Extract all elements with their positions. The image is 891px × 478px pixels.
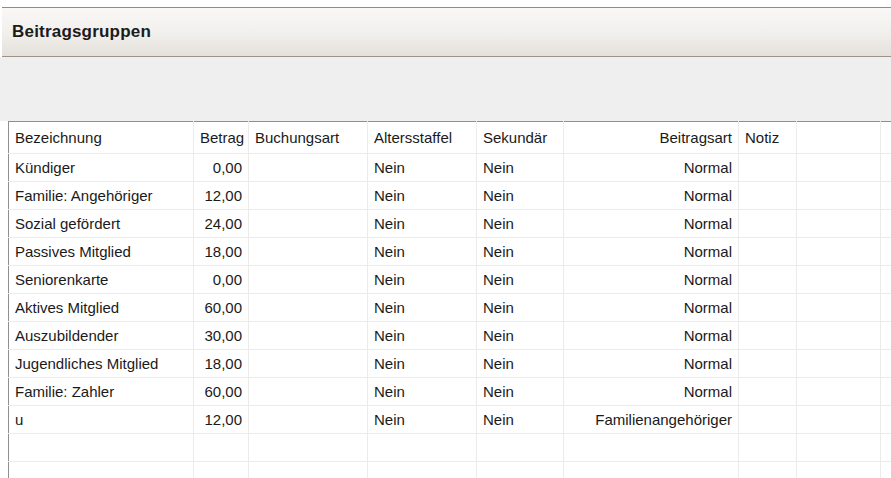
cell-buchungsart (249, 350, 368, 378)
table-row[interactable]: u 12,00 Nein Nein Familienangehöriger (9, 406, 891, 434)
content-area: Bezeichnung Betrag Buchungsart Alterssta… (0, 121, 891, 478)
cell-altersstaffel: Nein (368, 378, 477, 406)
column-header-bezeichnung[interactable]: Bezeichnung (9, 122, 194, 154)
cell-empty (368, 434, 477, 462)
cell-filler (797, 434, 881, 462)
cell-sekundaer: Nein (477, 322, 564, 350)
cell-betrag: 60,00 (194, 378, 249, 406)
table-row[interactable]: Familie: Angehöriger 12,00 Nein Nein Nor… (9, 182, 891, 210)
cell-altersstaffel: Nein (368, 210, 477, 238)
table-row[interactable]: Passives Mitglied 18,00 Nein Nein Normal (9, 238, 891, 266)
cell-beitragsart: Normal (564, 182, 739, 210)
beitragsgruppen-view: Beitragsgruppen Bezeichnung Betrag Buchu… (0, 0, 891, 478)
cell-filler-edge (881, 378, 891, 406)
cell-filler (797, 210, 881, 238)
table-row[interactable]: Familie: Zahler 60,00 Nein Nein Normal (9, 378, 891, 406)
cell-filler-edge (881, 434, 891, 462)
cell-notiz (739, 378, 797, 406)
cell-notiz (739, 210, 797, 238)
table-row[interactable]: Jugendliches Mitglied 18,00 Nein Nein No… (9, 350, 891, 378)
cell-buchungsart (249, 294, 368, 322)
cell-notiz (739, 182, 797, 210)
cell-filler (797, 406, 881, 434)
table-row[interactable]: Kündiger 0,00 Nein Nein Normal (9, 154, 891, 182)
cell-notiz (739, 238, 797, 266)
cell-betrag: 12,00 (194, 182, 249, 210)
cell-filler-edge (881, 462, 891, 478)
cell-beitragsart: Normal (564, 294, 739, 322)
cell-buchungsart (249, 322, 368, 350)
view-titlebar: Beitragsgruppen (2, 7, 891, 57)
toolbar-area (0, 57, 891, 121)
cell-bezeichnung: u (9, 406, 194, 434)
cell-empty (194, 462, 249, 478)
cell-filler (797, 266, 881, 294)
cell-empty (249, 434, 368, 462)
column-header-notiz[interactable]: Notiz (739, 122, 797, 154)
cell-empty (739, 434, 797, 462)
table-row[interactable]: Aktives Mitglied 60,00 Nein Nein Normal (9, 294, 891, 322)
cell-beitragsart: Normal (564, 378, 739, 406)
column-header-beitragsart[interactable]: Beitragsart (564, 122, 739, 154)
cell-altersstaffel: Nein (368, 294, 477, 322)
cell-filler-edge (881, 210, 891, 238)
cell-altersstaffel: Nein (368, 266, 477, 294)
cell-beitragsart: Normal (564, 350, 739, 378)
cell-filler-edge (881, 266, 891, 294)
cell-filler (797, 350, 881, 378)
cell-buchungsart (249, 378, 368, 406)
cell-buchungsart (249, 238, 368, 266)
cell-bezeichnung: Auszubildender (9, 322, 194, 350)
cell-empty (477, 462, 564, 478)
column-header-filler (797, 122, 881, 154)
cell-filler-edge (881, 154, 891, 182)
cell-buchungsart (249, 266, 368, 294)
cell-filler (797, 182, 881, 210)
table-row-empty[interactable] (9, 434, 891, 462)
cell-empty (249, 462, 368, 478)
cell-notiz (739, 294, 797, 322)
column-header-altersstaffel[interactable]: Altersstaffel (368, 122, 477, 154)
cell-notiz (739, 350, 797, 378)
column-header-sekundaer[interactable]: Sekundär (477, 122, 564, 154)
cell-filler (797, 378, 881, 406)
cell-filler-edge (881, 350, 891, 378)
cell-beitragsart: Normal (564, 238, 739, 266)
column-header-buchungsart[interactable]: Buchungsart (249, 122, 368, 154)
beitragsgruppen-table: Bezeichnung Betrag Buchungsart Alterssta… (8, 121, 891, 478)
cell-buchungsart (249, 406, 368, 434)
cell-filler (797, 294, 881, 322)
table-row[interactable]: Seniorenkarte 0,00 Nein Nein Normal (9, 266, 891, 294)
cell-beitragsart: Normal (564, 322, 739, 350)
cell-bezeichnung: Aktives Mitglied (9, 294, 194, 322)
cell-filler-edge (881, 406, 891, 434)
cell-filler-edge (881, 182, 891, 210)
cell-filler-edge (881, 294, 891, 322)
cell-betrag: 12,00 (194, 406, 249, 434)
page-title: Beitragsgruppen (2, 22, 151, 42)
cell-buchungsart (249, 210, 368, 238)
cell-empty (368, 462, 477, 478)
cell-altersstaffel: Nein (368, 154, 477, 182)
cell-filler-edge (881, 238, 891, 266)
cell-notiz (739, 406, 797, 434)
cell-betrag: 18,00 (194, 238, 249, 266)
cell-sekundaer: Nein (477, 294, 564, 322)
cell-betrag: 18,00 (194, 350, 249, 378)
cell-bezeichnung: Passives Mitglied (9, 238, 194, 266)
cell-beitragsart: Familienangehöriger (564, 406, 739, 434)
table-row-empty[interactable] (9, 462, 891, 478)
table-row[interactable]: Sozial gefördert 24,00 Nein Nein Normal (9, 210, 891, 238)
cell-altersstaffel: Nein (368, 322, 477, 350)
cell-sekundaer: Nein (477, 350, 564, 378)
cell-bezeichnung: Familie: Angehöriger (9, 182, 194, 210)
cell-empty (564, 434, 739, 462)
table-row[interactable]: Auszubildender 30,00 Nein Nein Normal (9, 322, 891, 350)
cell-buchungsart (249, 154, 368, 182)
cell-filler (797, 322, 881, 350)
cell-beitragsart: Normal (564, 154, 739, 182)
cell-bezeichnung: Familie: Zahler (9, 378, 194, 406)
column-header-betrag[interactable]: Betrag (194, 122, 249, 154)
cell-filler-edge (881, 322, 891, 350)
cell-sekundaer: Nein (477, 210, 564, 238)
